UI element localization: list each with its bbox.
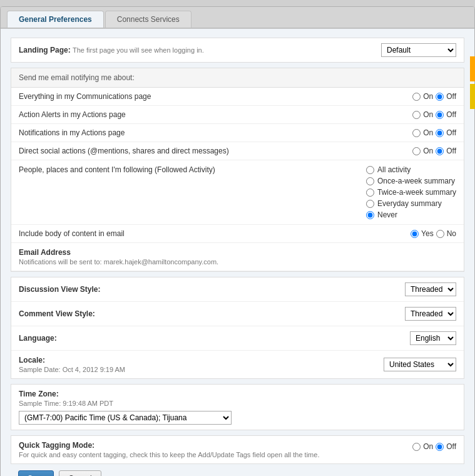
accent-bar-yellow [470, 84, 475, 109]
content-area: Landing Page: The first page you will se… [1, 29, 474, 476]
locale-sub: Sample Date: Oct 4, 2012 9:19 AM [19, 366, 125, 373]
all-activity-label: All activity [377, 165, 411, 174]
communications-on-label: On [423, 92, 433, 101]
radio-item: Everyday summary [366, 199, 456, 208]
include-body-yes-radio[interactable] [411, 230, 419, 238]
radio-item: All activity [366, 165, 456, 174]
tab-general-preferences[interactable]: General Preferences [7, 11, 104, 28]
email-address-title: Email Address [19, 248, 456, 257]
table-row: Everything in my Communications page On … [11, 88, 464, 106]
locale-select[interactable]: United States United Kingdom Canada Aust… [384, 358, 456, 371]
quick-tag-row: Quick Tagging Mode: For quick and easy c… [11, 436, 464, 463]
quick-tag-title: Quick Tagging Mode: [19, 441, 400, 450]
all-activity-radio[interactable] [366, 166, 374, 174]
notifications-off-label: Off [446, 128, 456, 137]
timezone-block: Time Zone: Sample Time: 9:19:48 AM PDT (… [11, 384, 464, 430]
language-select[interactable]: English Spanish French German [410, 331, 456, 345]
quick-tag-off-label: Off [446, 442, 456, 451]
include-body-yes-label: Yes [421, 229, 434, 238]
once-week-radio[interactable] [366, 177, 374, 185]
email-address-row: Email Address Notifications will be sent… [11, 243, 464, 271]
table-row: Notifications in my Actions page On Off [11, 124, 464, 142]
social-actions-label: Direct social actions (@mentions, shares… [19, 147, 412, 155]
include-body-no-radio[interactable] [436, 230, 444, 238]
discussion-view-select[interactable]: Threaded Flat Nested [405, 282, 456, 296]
locale-label: Locale: [19, 356, 45, 365]
landing-page-row: Landing Page: The first page you will se… [11, 38, 464, 63]
include-body-no-label: No [447, 229, 456, 238]
comment-view-select[interactable]: Threaded Flat Nested [405, 307, 456, 321]
discussion-view-row: Discussion View Style: Threaded Flat Nes… [11, 277, 464, 302]
comment-view-row: Comment View Style: Threaded Flat Nested [11, 302, 464, 326]
action-alerts-off-label: Off [446, 110, 456, 119]
followed-activity-row: People, places and content I'm following… [11, 160, 464, 225]
once-week-label: Once-a-week summary [377, 177, 455, 185]
table-row: Direct social actions (@mentions, shares… [11, 142, 464, 160]
email-notifications-section: Everything in my Communications page On … [11, 87, 464, 272]
footer-buttons: Save Cancel [11, 464, 464, 476]
cancel-button[interactable]: Cancel [59, 470, 101, 476]
language-row: Language: English Spanish French German [11, 326, 464, 351]
action-alerts-label: Action Alerts in my Actions page [19, 110, 412, 119]
timezone-title: Time Zone: [19, 390, 456, 398]
radio-item: Never [366, 210, 456, 219]
accent-bar-orange [470, 56, 475, 81]
social-actions-off-radio[interactable] [436, 147, 444, 155]
communications-on-radio[interactable] [412, 93, 421, 101]
action-alerts-off-radio[interactable] [436, 111, 444, 119]
view-settings-section: Discussion View Style: Threaded Flat Nes… [11, 277, 464, 379]
timezone-select[interactable]: (GMT-7:00) Pacific Time (US & Canada); T… [19, 411, 232, 425]
social-actions-on-label: On [423, 147, 433, 155]
notifications-on-radio[interactable] [412, 129, 421, 137]
social-actions-off-label: Off [446, 147, 456, 155]
radio-item: Once-a-week summary [366, 177, 456, 185]
include-body-label: Include body of content in email [19, 229, 411, 238]
save-button[interactable]: Save [18, 470, 54, 476]
communications-label: Everything in my Communications page [19, 92, 412, 101]
discussion-view-label: Discussion View Style: [19, 285, 101, 294]
quick-tag-off-radio[interactable] [436, 443, 444, 451]
twice-week-radio[interactable] [366, 189, 374, 197]
timezone-sub: Sample Time: 9:19:48 AM PDT [19, 400, 456, 407]
email-notify-header: Send me email notifying me about: [11, 68, 464, 87]
tab-connects-services[interactable]: Connects Services [105, 11, 192, 28]
social-actions-on-radio[interactable] [412, 147, 421, 155]
landing-page-label: Landing Page: [19, 46, 71, 54]
quick-tag-sub: For quick and easy content tagging, chec… [19, 451, 400, 458]
quick-tag-block: Quick Tagging Mode: For quick and easy c… [11, 435, 464, 464]
everyday-radio[interactable] [366, 200, 374, 208]
followed-activity-label: People, places and content I'm following… [19, 165, 366, 174]
landing-page-sublabel: The first page you will see when logging… [73, 46, 204, 54]
comment-view-label: Comment View Style: [19, 309, 95, 318]
email-address-sub: Notifications will be sent to: marek.haj… [19, 258, 456, 266]
everyday-label: Everyday summary [377, 199, 442, 208]
communications-off-label: Off [446, 92, 456, 101]
quick-tag-on-label: On [423, 442, 433, 451]
landing-page-select[interactable]: Default Home Communications Actions [381, 43, 456, 57]
action-alerts-on-radio[interactable] [412, 111, 421, 119]
never-radio[interactable] [366, 211, 374, 219]
action-alerts-on-label: On [423, 110, 433, 119]
never-label: Never [377, 210, 397, 219]
include-body-row: Include body of content in email Yes No [11, 225, 464, 243]
quick-tag-on-radio[interactable] [412, 443, 421, 451]
notifications-off-radio[interactable] [436, 129, 444, 137]
table-row: Action Alerts in my Actions page On Off [11, 106, 464, 124]
notifications-on-label: On [423, 128, 433, 137]
twice-week-label: Twice-a-week summary [377, 188, 456, 197]
radio-item: Twice-a-week summary [366, 188, 456, 197]
language-label: Language: [19, 334, 57, 343]
notifications-label: Notifications in my Actions page [19, 128, 412, 137]
tabs-bar: General Preferences Connects Services [1, 7, 474, 29]
communications-off-radio[interactable] [436, 93, 444, 101]
locale-row: Locale: Sample Date: Oct 4, 2012 9:19 AM… [11, 351, 464, 378]
